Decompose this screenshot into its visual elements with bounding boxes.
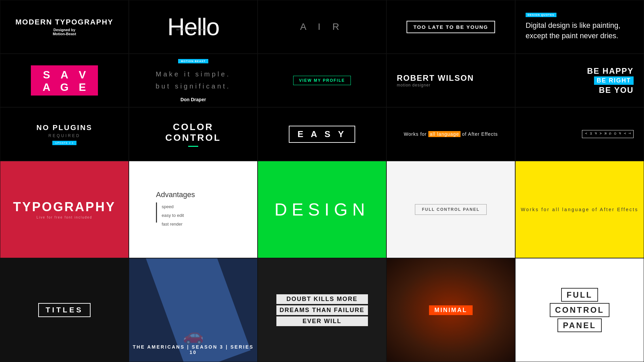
titles-text: TITLES [38,303,91,317]
be-happy-text: BE HAPPY [587,66,634,76]
advantage-item-1: speed [162,202,184,211]
doubt-kills-box: DOUBT KILLS MORE DREAMS THAN FAILURE EVE… [276,294,368,326]
typography-vertical-text: TYPOGRAPHY [584,132,632,136]
savage-a1: A [55,69,73,81]
cell-view-profile: VIEW MY PROFILE [258,54,386,107]
cell-works-for-yellow: Works for all language of After Effects [515,161,644,258]
advantages-divider [156,202,157,223]
cell-doubt-kills: DOUBT KILLS MORE DREAMS THAN FAILURE EVE… [258,258,386,362]
cell-no-plugins: NO PLUGINS REQUIRED UPDATE 2.1 [0,107,129,161]
cell-hello: Hello What do you mean ? [129,0,258,54]
no-plugins-text: NO PLUGINS [37,123,93,132]
cell-design-quote: DESIGN QUOTES Digital design is like pai… [515,0,644,54]
cell-titles: TITLES [0,258,129,362]
quote-text: Digital design is like painting, except … [526,20,634,41]
cell-tv-show: 🚗 THE AMERICANS | SEASON 3 | SERIES 10 [129,258,258,362]
typography-red-text: TYPOGRAPHY [13,200,116,214]
modern-typography-title: MODERN TYPOGRAPHY [15,18,113,26]
cell-make-it-simple: MOTION BEAST Make it simple. but signifi… [129,54,258,107]
main-grid: MODERN TYPOGRAPHY Designed by Motion-Bea… [0,0,644,362]
color-control-underline [188,146,198,147]
doubt-line-1: DOUBT KILLS MORE [276,294,368,304]
car-scene-icon: 🚗 [129,325,257,345]
cell-full-control-panel: FULL CONTROL PANEL [386,161,515,258]
tv-show-title: THE AMERICANS | SEASON 3 | SERIES 10 [129,344,257,355]
cell-too-late: TOO LATE TO BE YOUNG [386,0,515,54]
advantages-label: Advantages [156,190,195,199]
advantage-item-3: fast render [162,220,184,229]
cell-minimal: MINIMAL [386,258,515,362]
full-ctrl-line-3: PANEL [557,318,602,333]
works-for-yellow-text: Works for all language of After Effects [521,207,639,212]
savage-box: S A V A G E [31,65,98,96]
cell-advantages: Advantages speed easy to edit fast rende… [129,161,258,258]
cell-savage: S A V A G E [0,54,129,107]
cell-modern-typography: MODERN TYPOGRAPHY Designed by Motion-Bea… [0,0,129,54]
advantages-items: speed easy to edit fast render [162,202,184,229]
easy-text: E A S Y [289,126,355,143]
color-text: COLOR [173,122,213,132]
too-late-text: TOO LATE TO BE YOUNG [407,21,495,33]
savage-g: G [55,81,73,94]
cell-robert-wilson: ROBERT WILSON motion designer [386,54,515,107]
don-draper-name: Don Draper [180,97,206,102]
design-text: DESIGN [274,199,369,220]
robert-wilson-name: ROBERT WILSON [397,73,474,83]
savage-v: V [73,69,91,81]
designed-by-label: Designed by Motion-Beast [53,28,76,36]
view-profile-button[interactable]: VIEW MY PROFILE [293,76,351,85]
works-for-text: Works for all language of After Effects [404,131,498,137]
cell-color-control: COLOR CONTROL [129,107,258,161]
cell-air: A I R [258,0,386,54]
required-text: REQUIRED [48,133,80,138]
robert-wilson-role: motion designer [397,83,430,87]
typography-vertical-box: TYPOGRAPHY [582,130,634,138]
doubt-line-2: DREAMS THAN FAILURE [276,305,368,315]
air-text: A I R [300,21,344,32]
control-text: CONTROL [165,132,221,143]
cell-be-happy: BE HAPPY BE RIGHT BE YOU [515,54,644,107]
cell-typography-red: TYPOGRAPHY Live for free font included [0,161,129,258]
be-you-text: BE YOU [599,85,634,95]
hello-sub: What do you mean ? [176,28,210,31]
advantages-list: speed easy to edit fast render [156,202,184,229]
advantage-item-2: easy to edit [162,211,184,220]
cell-design-green: DESIGN [258,161,386,258]
design-quotes-badge: DESIGN QUOTES [526,13,556,17]
cell-easy: E A S Y [258,107,386,161]
doubt-line-3: EVER WILL [276,316,368,326]
full-ctrl-line-1: FULL [561,288,598,302]
cell-full-control-panel-2: FULL CONTROL PANEL [515,258,644,362]
hello-text: Hello [167,13,219,41]
motion-badge: MOTION BEAST [178,59,208,63]
typography-red-sub: Live for free font included [37,216,92,219]
full-control-text: FULL CONTROL PANEL [415,204,487,215]
minimal-badge: MINIMAL [429,305,473,315]
make-it-simple-text: Make it simple. but significant. [156,68,231,92]
cell-typography-vertical: TYPOGRAPHY [515,107,644,161]
update-badge: UPDATE 2.1 [52,141,76,145]
be-right-badge: BE RIGHT [594,76,634,85]
savage-s: S [38,69,55,81]
savage-a2: A [38,81,55,94]
cell-works-for: Works for all language of After Effects [386,107,515,161]
full-ctrl-line-2: CONTROL [550,303,610,317]
savage-e: E [73,81,91,94]
